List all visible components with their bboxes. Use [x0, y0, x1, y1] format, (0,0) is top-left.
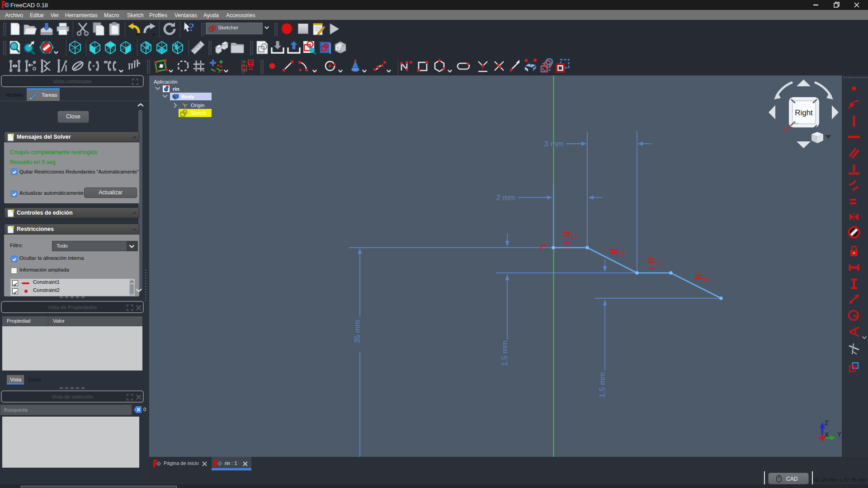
svg-text:19: 19 [618, 251, 625, 258]
svg-text:1.5 mm: 1.5 mm [500, 341, 509, 366]
svg-text:Right: Right [795, 108, 813, 117]
svg-text:1.5 mm: 1.5 mm [598, 372, 607, 398]
svg-text:Z: Z [825, 419, 829, 427]
svg-text:3 mm: 3 mm [544, 140, 564, 148]
svg-text:35 mm: 35 mm [353, 320, 362, 343]
svg-text:17: 17 [571, 234, 578, 240]
svg-text:19: 19 [703, 277, 709, 283]
svg-text:2 mm: 2 mm [496, 193, 516, 202]
svg-text:Y: Y [837, 431, 842, 438]
svg-text:17: 17 [656, 260, 662, 267]
svg-text:X: X [825, 431, 829, 438]
